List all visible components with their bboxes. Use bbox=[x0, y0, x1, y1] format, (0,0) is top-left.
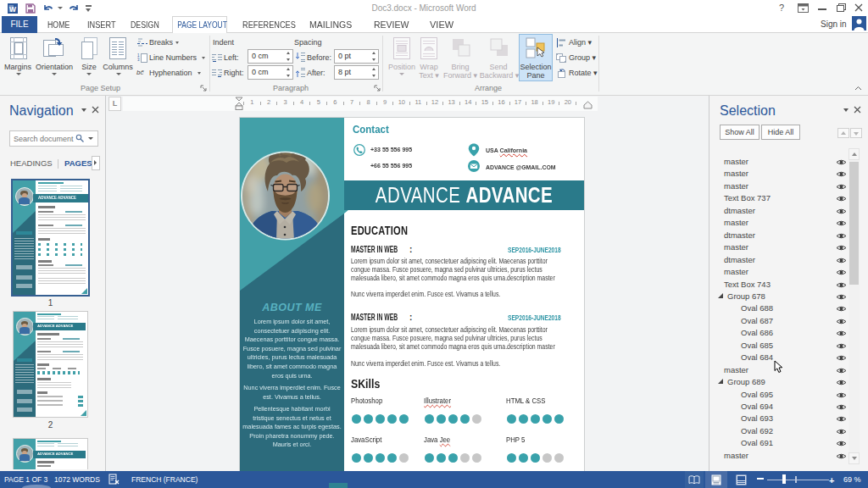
svg-text:W: W bbox=[9, 5, 17, 14]
svg-text:3: 3 bbox=[137, 58, 140, 62]
